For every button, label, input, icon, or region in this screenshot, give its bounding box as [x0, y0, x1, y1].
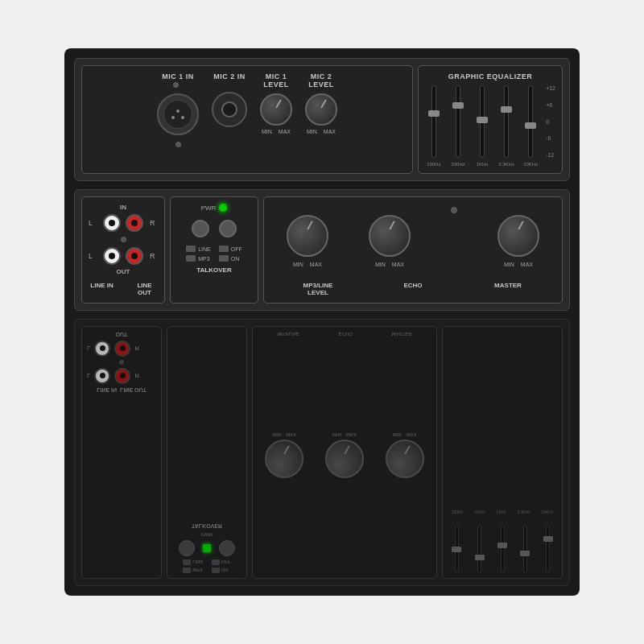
refl-fh2 — [475, 555, 485, 560]
echo-min-label: MIN — [375, 262, 386, 267]
refl-r1: R — [134, 373, 139, 380]
refl-freq-labels: 100Hz 330Hz 1KHz 3.3KHz 10KHz — [448, 510, 557, 514]
refl-eq: 100Hz 330Hz 1KHz 3.3KHz 10KHz — [442, 326, 563, 579]
off-switch-label: OFF — [231, 246, 242, 252]
eq-faders: 100Hz 330Hz 1KHz — [425, 85, 539, 167]
on-switch-item: ON — [219, 255, 242, 262]
echo-knob-unit: MIN MAX — [369, 215, 411, 267]
master-max-label: MAX — [521, 262, 533, 267]
refl-mp3-lbl: MP3 — [192, 568, 202, 573]
trs-inner — [221, 101, 237, 118]
refl-line-section: LINE IN LINE OUT L R L R OUT — [81, 326, 162, 579]
refl-l2: L — [87, 345, 90, 353]
line-out-labels: LINE IN LINE OUT — [89, 282, 158, 296]
mp3-switch[interactable] — [186, 255, 196, 262]
eq-handle-2[interactable] — [452, 102, 464, 109]
eq-scale-p12: +12 — [546, 85, 555, 91]
echo-knob[interactable] — [369, 215, 411, 257]
talkover-btn-2[interactable] — [219, 220, 237, 237]
eq-fader-330hz: 330Hz — [449, 85, 467, 167]
rca-in-row: L R — [89, 214, 158, 232]
mp3-line-knob-unit: MIN MAX — [287, 215, 328, 267]
eq-title: GRAPHIC EQUALIZER — [425, 72, 555, 80]
knobs-row: MIN MAX MIN MAX MIN MAX — [270, 204, 555, 279]
mp3-switch-item: MP3 — [186, 255, 211, 262]
refl-fh4 — [520, 551, 530, 556]
top-panel: MIC 1 IN — [74, 58, 570, 181]
refl-l1: L — [87, 373, 90, 380]
mp3-min-label: MIN — [293, 262, 303, 267]
rca-out-red[interactable] — [126, 247, 143, 265]
rca-in-red[interactable] — [126, 214, 143, 232]
master-bottom-label: MASTER — [460, 282, 555, 296]
line-switch-label: LINE — [198, 246, 211, 252]
eq-track-1 — [431, 85, 436, 158]
refl-knob3-unit: MIN MAX — [386, 433, 424, 479]
r-out-label: R — [150, 252, 158, 260]
device-body: MIC 1 IN — [64, 48, 580, 596]
mic-section: MIC 1 IN — [81, 65, 413, 174]
in-label: IN — [89, 204, 158, 211]
refl-labels: PWR — [201, 532, 213, 537]
mp3-line-labels: MIN MAX — [293, 262, 322, 267]
refl-rca-w1 — [94, 368, 110, 384]
refl-knob-bottom-labels: MP3/LINE ECHO MASTER — [258, 332, 431, 336]
refl-k2-min: MIN — [332, 433, 341, 438]
eq-handle-4[interactable] — [501, 106, 512, 113]
mic1-level-group: MIC 1LEVEL MIN MAX — [260, 72, 292, 134]
refl-echo-lbl: ECHO — [338, 332, 352, 336]
rca-out-row: L R — [89, 247, 158, 265]
refl-rca-w1-inner — [100, 374, 105, 379]
rca-in-pair — [103, 214, 143, 232]
refl-rca-r1 — [114, 368, 130, 384]
refl-line-lbl: LINE — [192, 560, 203, 565]
pwr-label: PWR — [201, 204, 217, 212]
master-knob[interactable] — [497, 215, 539, 257]
refl-r2: R — [134, 345, 139, 353]
on-switch[interactable] — [219, 255, 229, 262]
mic2-min-label: MIN — [307, 129, 317, 134]
r-in-label: R — [150, 219, 158, 227]
mic1-level-knob[interactable] — [260, 93, 292, 126]
xlr-connector[interactable] — [157, 93, 199, 135]
eq-handle-3[interactable] — [477, 117, 488, 123]
trs-connector[interactable] — [212, 92, 247, 127]
eq-freq-5: 10KHz — [523, 162, 538, 167]
off-switch[interactable] — [219, 246, 229, 252]
refl-fc4 — [516, 517, 534, 573]
line-switch-item: LINE — [186, 246, 211, 252]
mic1-level-label: MIC 1LEVEL — [263, 72, 289, 89]
refl-k3-max: MAX — [407, 433, 417, 438]
rca-out-white[interactable] — [103, 247, 121, 265]
refl-k2-max: MAX — [346, 433, 357, 438]
mic2-max-label: MAX — [324, 129, 336, 134]
rca-in-white[interactable] — [103, 214, 121, 232]
eq-handle-5[interactable] — [525, 122, 536, 129]
mic2-level-knob[interactable] — [305, 93, 337, 126]
mp3-line-bottom-label: MP3/LINELEVEL — [270, 282, 365, 296]
switch-row: LINE MP3 OFF ON — [186, 246, 242, 262]
eq-track-2 — [456, 85, 460, 158]
talkover-buttons — [192, 220, 237, 237]
refl-sw-line: LINE — [183, 559, 203, 565]
on-switch-label: ON — [231, 256, 240, 262]
refl-ft5 — [546, 525, 550, 573]
refl-knob3 — [386, 440, 424, 479]
switch-group-2: OFF ON — [219, 246, 242, 262]
master-knob-unit: MIN MAX — [497, 215, 539, 267]
refl-sw-on: ON — [212, 568, 231, 573]
talkover-label: TALKOVER — [196, 266, 231, 274]
refl-out-lbl: OUT — [87, 332, 156, 337]
mp3-line-knob[interactable] — [287, 215, 328, 257]
eq-track-4 — [504, 85, 509, 158]
refl-rca-row1: L R — [87, 368, 156, 384]
refl-fc5 — [539, 517, 557, 573]
talkover-btn-1[interactable] — [192, 220, 209, 237]
rca-out-white-inner — [109, 253, 115, 259]
refl-switch-row: MP3 LINE ON OFF — [183, 559, 230, 573]
xlr-pins — [171, 109, 184, 119]
line-switch[interactable] — [186, 246, 196, 252]
echo-labels: MIN MAX — [375, 262, 404, 267]
refl-master-lbl: MASTER — [392, 332, 412, 336]
eq-handle-1[interactable] — [428, 110, 440, 117]
